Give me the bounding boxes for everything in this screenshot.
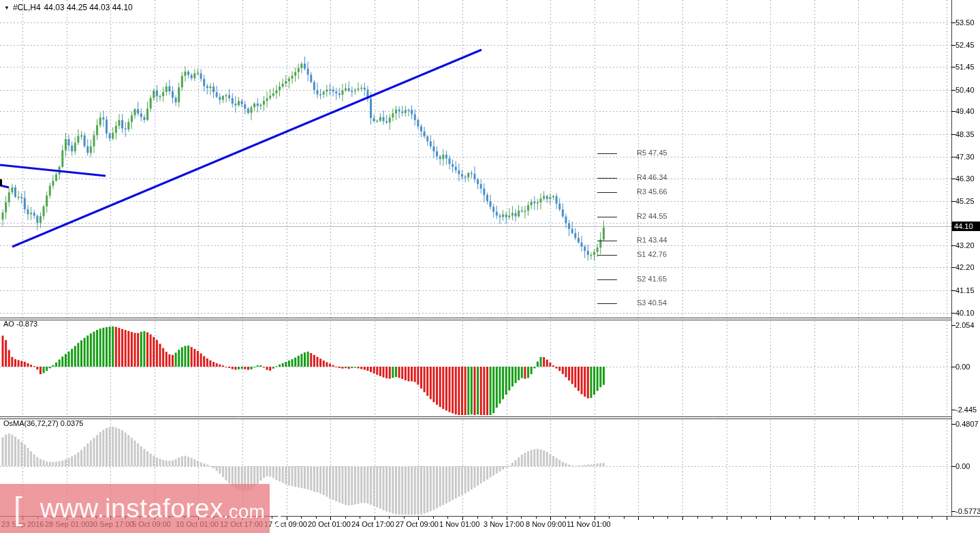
ao-name: AO <box>3 320 14 328</box>
chart-title: ▼ #CL,H4 44.03 44.25 44.03 44.10 <box>4 3 133 12</box>
ao-current-value: -0.873 <box>16 320 37 328</box>
time-axis-label: 3 Nov 17:00 <box>484 520 524 528</box>
ao-scale-label: 0.00 <box>955 363 970 371</box>
pivot-level-label: R2 44.55 <box>637 212 667 220</box>
price-axis-label: 52.45 <box>955 41 975 49</box>
time-axis-label: 17 Oct 09:00 <box>264 520 307 528</box>
pivot-level-label: S1 42.76 <box>637 250 667 258</box>
time-axis-label: 5 Oct 09:00 <box>132 520 171 528</box>
osma-scale-label: -0.5773 <box>955 507 980 515</box>
osma-name: OsMA(36,72,27) <box>3 419 59 427</box>
time-axis-label: 11 Nov 01:00 <box>567 520 611 528</box>
osma-scale-label: 0.4807 <box>955 420 979 428</box>
time-axis-label: 20 Oct 01:00 <box>308 520 351 528</box>
symbol-period-label: #CL,H4 <box>13 3 41 12</box>
pivot-level-label: R5 47.45 <box>637 149 667 157</box>
time-axis-label: 28 Sep 01:00 <box>45 520 89 528</box>
ao-indicator-label: AO -0.873 <box>3 320 37 328</box>
price-axis-label: 40.10 <box>955 309 975 317</box>
pivot-level-label: S3 40.54 <box>637 299 667 307</box>
ao-scale-label: -2.445 <box>955 406 977 414</box>
price-axis-label: 50.40 <box>955 86 975 94</box>
pivot-level-label: R1 43.44 <box>637 236 667 244</box>
price-axis-label: 41.15 <box>955 286 975 294</box>
time-axis-label: 1 Nov 01:00 <box>439 520 479 528</box>
osma-scale-label: 0.00 <box>955 462 970 470</box>
price-axis-label: 43.20 <box>955 241 975 249</box>
pivot-level-label: S2 41.65 <box>637 275 667 283</box>
price-axis-label: 48.35 <box>955 130 975 138</box>
ao-scale-label: 2.054 <box>955 321 975 329</box>
chart-canvas[interactable] <box>0 0 980 533</box>
time-axis-label: 24 Oct 17:00 <box>351 520 394 528</box>
price-axis-label: 53.50 <box>955 18 975 27</box>
dropdown-arrow-icon[interactable]: ▼ <box>4 5 10 11</box>
price-axis-label: 51.45 <box>955 63 975 71</box>
time-axis-label: 8 Nov 09:00 <box>526 520 566 528</box>
time-axis-label: 10 Oct 01:00 <box>176 520 219 528</box>
price-axis-label: 42.20 <box>955 263 975 271</box>
pivot-level-label: R3 45.66 <box>637 187 667 196</box>
time-axis-label: 27 Oct 09:00 <box>396 520 439 528</box>
osma-current-value: 0.0375 <box>61 419 84 427</box>
ohlc-values: 44.03 44.25 44.03 44.10 <box>44 3 133 12</box>
current-price-badge: 44.10 <box>952 222 980 231</box>
pivot-level-label: R4 46.34 <box>637 173 667 181</box>
price-axis-label: 45.25 <box>955 197 975 205</box>
osma-indicator-label: OsMA(36,72,27) 0.0375 <box>3 419 83 427</box>
mt4-chart-window: 53.5052.4551.4550.4049.4048.3547.3046.30… <box>0 0 980 533</box>
time-axis-label: 12 Oct 17:00 <box>220 520 263 528</box>
price-axis-label: 49.40 <box>955 107 975 115</box>
time-axis-label: 30 Sep 17:00 <box>89 520 133 528</box>
price-axis-label: 47.30 <box>955 153 975 161</box>
price-axis-label: 46.30 <box>955 174 975 183</box>
time-axis-label: 23 Sep 2016 <box>1 520 44 528</box>
